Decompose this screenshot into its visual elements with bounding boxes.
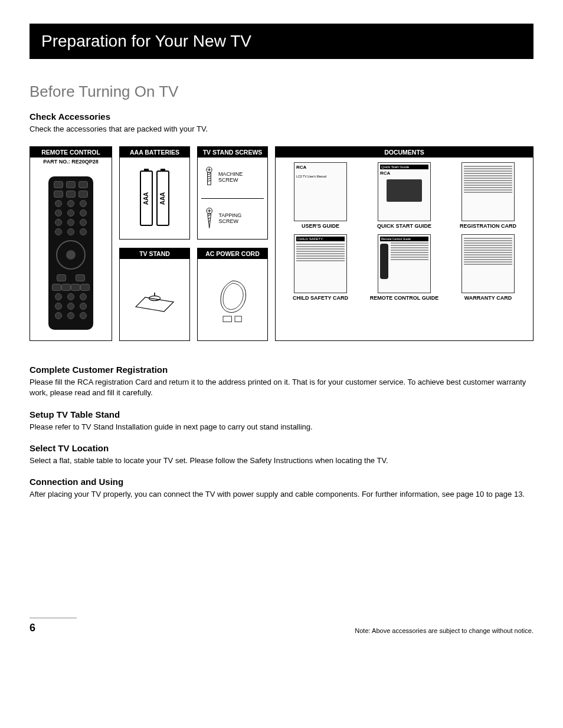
accessory-batteries: AAA BATTERIES AAA AAA xyxy=(119,146,190,240)
page-footer: 6 Note: Above accessories are subject to… xyxy=(30,618,533,634)
document-item: Quick Start GuideRCAQUICK START GUIDE xyxy=(368,162,441,229)
tapping-screw-icon xyxy=(204,207,215,231)
batteries-header: AAA BATTERIES xyxy=(120,147,189,158)
accessory-tv-stand: TV STAND xyxy=(119,248,190,341)
remote-icon xyxy=(48,176,93,330)
section-body: After placing your TV properly, you can … xyxy=(30,489,533,500)
documents-grid: RCALCD TV User's ManualUSER'S GUIDEQuick… xyxy=(276,158,533,306)
check-accessories-text: Check the accessories that are packed wi… xyxy=(30,124,533,135)
screws-header: TV STAND SCREWS xyxy=(198,147,267,158)
document-thumb: CHILD SAFETY: xyxy=(294,234,347,293)
power-cord-header: AC POWER CORD xyxy=(198,248,267,259)
document-item: RCALCD TV User's ManualUSER'S GUIDE xyxy=(284,162,357,229)
tapping-screw-label: TAPPING SCREW xyxy=(218,213,261,225)
section-title: Before Turning On TV xyxy=(30,83,533,101)
document-thumb: Remote Control Guide xyxy=(378,234,431,293)
tv-stand-header: TV STAND xyxy=(120,248,189,259)
accessories-row: REMOTE CONTROL PART NO.: RE20QP28 xyxy=(30,146,533,341)
tv-stand-icon xyxy=(131,282,178,317)
svg-marker-0 xyxy=(136,297,174,311)
accessory-power-cord: AC POWER CORD xyxy=(197,248,268,341)
svg-line-16 xyxy=(208,218,211,219)
remote-part-no: PART NO.: RE20QP28 xyxy=(43,158,98,166)
accessory-remote: REMOTE CONTROL PART NO.: RE20QP28 xyxy=(30,146,112,341)
svg-line-9 xyxy=(208,178,211,179)
document-thumb xyxy=(461,162,515,221)
section-body: Select a flat, stable table to locate yo… xyxy=(30,455,533,466)
document-label: REGISTRATION CARD xyxy=(460,224,516,229)
remote-header: REMOTE CONTROL xyxy=(30,147,112,158)
section-heading: Connection and Using xyxy=(30,477,533,487)
document-label: USER'S GUIDE xyxy=(302,224,339,229)
machine-screw-icon xyxy=(204,166,215,189)
document-item: CHILD SAFETY:CHILD SAFETY CARD xyxy=(284,234,357,301)
document-thumb: RCALCD TV User's Manual xyxy=(294,162,347,221)
svg-line-8 xyxy=(208,176,211,178)
battery-label: AAA xyxy=(160,192,166,205)
document-thumb: Quick Start GuideRCA xyxy=(378,162,431,221)
accessory-documents: DOCUMENTS RCALCD TV User's ManualUSER'S … xyxy=(275,146,533,341)
section-body: Please refer to TV Stand Installation gu… xyxy=(30,422,533,432)
document-item: WARRANTY CARD xyxy=(451,234,525,301)
section-heading: Complete Customer Registration xyxy=(30,365,533,375)
svg-line-10 xyxy=(208,181,211,182)
power-cord-icon xyxy=(209,273,256,326)
page-number: 6 xyxy=(30,622,35,634)
svg-line-7 xyxy=(208,174,211,175)
svg-rect-19 xyxy=(235,316,241,322)
page-title-bar: Preparation for Your New TV xyxy=(30,24,533,59)
document-label: CHILD SAFETY CARD xyxy=(293,296,348,301)
accessory-screws: TV STAND SCREWS MACHINE SCREW xyxy=(197,146,268,240)
document-label: QUICK START GUIDE xyxy=(377,224,431,229)
section-heading: Setup TV Table Stand xyxy=(30,409,533,419)
check-accessories-heading: Check Accessories xyxy=(30,112,533,122)
document-label: WARRANTY CARD xyxy=(464,296,512,301)
battery-label: AAA xyxy=(143,192,150,205)
text-sections: Complete Customer RegistrationPlease fil… xyxy=(30,365,533,500)
document-item: Remote Control GuideREMOTE CONTROL GUIDE xyxy=(368,234,441,301)
section-body: Please fill the RCA registration Card an… xyxy=(30,377,533,398)
machine-screw-label: MACHINE SCREW xyxy=(218,172,261,183)
section-heading: Select TV Location xyxy=(30,443,533,453)
document-label: REMOTE CONTROL GUIDE xyxy=(370,296,438,301)
documents-header: DOCUMENTS xyxy=(276,147,533,158)
batteries-icon: AAA AAA xyxy=(140,170,169,226)
document-item: REGISTRATION CARD xyxy=(451,162,525,229)
footer-note: Note: Above accessories are subject to c… xyxy=(355,627,533,634)
document-thumb xyxy=(461,234,515,293)
svg-rect-18 xyxy=(223,316,231,322)
